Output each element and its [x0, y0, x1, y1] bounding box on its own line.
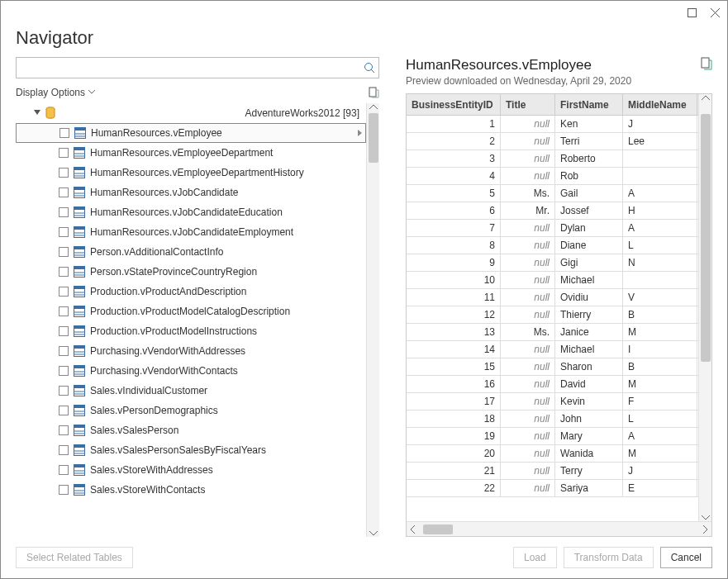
column-header[interactable]: MiddleName: [623, 94, 697, 115]
tree-item[interactable]: Production.vProductModelInstructions: [16, 321, 366, 341]
cell-firstname: Dylan: [555, 220, 623, 236]
collapse-icon[interactable]: [34, 110, 40, 116]
tree-item[interactable]: HumanResources.vJobCandidate: [16, 183, 366, 202]
scroll-up-icon[interactable]: [702, 94, 710, 102]
search-box[interactable]: [16, 57, 379, 78]
tree-item-checkbox[interactable]: [59, 386, 69, 396]
tree-item[interactable]: Sales.vSalesPerson: [16, 420, 366, 440]
search-icon[interactable]: [364, 62, 375, 74]
tree-item[interactable]: Sales.vPersonDemographics: [16, 401, 366, 420]
close-icon[interactable]: [709, 7, 721, 18]
transform-data-button[interactable]: Transform Data: [564, 547, 654, 568]
tree-item-checkbox[interactable]: [59, 485, 69, 495]
scroll-thumb[interactable]: [423, 524, 453, 534]
tree-item-checkbox[interactable]: [59, 306, 69, 316]
tree-item[interactable]: Sales.vStoreWithAddresses: [16, 460, 366, 480]
table-row[interactable]: 5Ms.GailA: [407, 185, 698, 202]
table-row[interactable]: 9nullGigiN: [407, 254, 698, 272]
table-row[interactable]: 13Ms.JaniceM: [407, 324, 698, 341]
table-row[interactable]: 22nullSariyaE: [407, 480, 698, 497]
table-row[interactable]: 7nullDylanA: [407, 220, 698, 237]
tree-item[interactable]: Person.vAdditionalContactInfo: [16, 242, 366, 262]
preview-options-icon[interactable]: [701, 57, 712, 70]
tree-item-checkbox[interactable]: [59, 346, 69, 356]
table-row[interactable]: 10nullMichael: [407, 272, 698, 289]
select-related-tables-button[interactable]: Select Related Tables: [16, 547, 133, 568]
search-input[interactable]: [20, 59, 364, 77]
refresh-icon[interactable]: [368, 87, 379, 98]
tree-item[interactable]: HumanResources.vEmployeeDepartmentHistor…: [16, 163, 366, 183]
view-icon: [74, 147, 85, 159]
object-tree[interactable]: AdventureWorks2012 [93] HumanResources.v…: [16, 103, 366, 537]
tree-item[interactable]: Sales.vStoreWithContacts: [16, 480, 366, 500]
column-header[interactable]: FirstName: [555, 94, 623, 115]
table-row[interactable]: 17nullKevinF: [407, 393, 698, 411]
grid-vertical-scrollbar[interactable]: [698, 94, 711, 521]
svg-rect-72: [74, 445, 85, 448]
view-icon: [74, 425, 85, 436]
tree-item-checkbox[interactable]: [59, 207, 69, 217]
tree-item[interactable]: Person.vStateProvinceCountryRegion: [16, 262, 366, 282]
tree-item-checkbox[interactable]: [59, 168, 69, 178]
scroll-down-icon[interactable]: [369, 529, 378, 537]
tree-item[interactable]: HumanResources.vEmployeeDepartment: [16, 143, 366, 163]
table-row[interactable]: 14nullMichaelI: [407, 341, 698, 358]
tree-item-checkbox[interactable]: [59, 148, 69, 158]
column-header[interactable]: BusinessEntityID: [407, 94, 501, 115]
table-row[interactable]: 3nullRoberto: [407, 150, 698, 168]
table-row[interactable]: 12nullThierryB: [407, 306, 698, 324]
cancel-button[interactable]: Cancel: [660, 547, 712, 568]
scroll-thumb[interactable]: [369, 113, 378, 163]
table-row[interactable]: 8nullDianeL: [407, 237, 698, 254]
table-row[interactable]: 15nullSharonB: [407, 358, 698, 376]
load-button[interactable]: Load: [513, 547, 557, 568]
cell-firstname: Terri: [555, 133, 623, 149]
table-row[interactable]: 11nullOvidiuV: [407, 289, 698, 306]
table-row[interactable]: 6Mr.JossefH: [407, 202, 698, 220]
table-row[interactable]: 19nullMaryA: [407, 428, 698, 445]
tree-item-checkbox[interactable]: [59, 128, 69, 138]
table-row[interactable]: 21nullTerryJ: [407, 463, 698, 480]
tree-item[interactable]: HumanResources.vEmployee: [16, 123, 366, 143]
cell-firstname: John: [555, 411, 623, 427]
tree-item-checkbox[interactable]: [59, 267, 69, 277]
tree-item-checkbox[interactable]: [59, 247, 69, 257]
scroll-thumb[interactable]: [701, 114, 711, 362]
scroll-up-icon[interactable]: [369, 103, 378, 112]
tree-item[interactable]: Sales.vSalesPersonSalesByFiscalYears: [16, 440, 366, 460]
table-row[interactable]: 2nullTerriLee: [407, 133, 698, 150]
tree-item-checkbox[interactable]: [59, 227, 69, 237]
table-row[interactable]: 16nullDavidM: [407, 376, 698, 393]
table-row[interactable]: 4nullRob: [407, 168, 698, 185]
tree-item[interactable]: HumanResources.vJobCandidateEducation: [16, 202, 366, 222]
tree-item-checkbox[interactable]: [59, 187, 69, 197]
tree-item-checkbox[interactable]: [59, 445, 69, 455]
tree-item[interactable]: Purchasing.vVendorWithContacts: [16, 361, 366, 381]
tree-item[interactable]: Production.vProductAndDescription: [16, 282, 366, 301]
tree-item-checkbox[interactable]: [59, 287, 69, 297]
tree-item[interactable]: Purchasing.vVendorWithAddresses: [16, 341, 366, 361]
tree-item-checkbox[interactable]: [59, 465, 69, 475]
table-row[interactable]: 20nullWanidaM: [407, 445, 698, 463]
display-options-dropdown[interactable]: Display Options: [16, 87, 95, 98]
tree-item-checkbox[interactable]: [59, 366, 69, 376]
table-row[interactable]: 1nullKenJ: [407, 116, 698, 133]
table-row[interactable]: 18nullJohnL: [407, 411, 698, 428]
tree-item[interactable]: Sales.vIndividualCustomer: [16, 381, 366, 401]
scroll-left-icon[interactable]: [410, 525, 416, 534]
tree-scrollbar[interactable]: [366, 103, 379, 537]
tree-item-checkbox[interactable]: [59, 326, 69, 336]
tree-item[interactable]: HumanResources.vJobCandidateEmployment: [16, 222, 366, 242]
scroll-down-icon[interactable]: [702, 513, 710, 521]
cell-middlename: E: [623, 480, 697, 496]
cell-firstname: Rob: [555, 168, 623, 184]
tree-item-checkbox[interactable]: [59, 425, 69, 435]
maximize-icon[interactable]: [686, 7, 697, 18]
column-header[interactable]: Title: [501, 94, 555, 115]
tree-item-checkbox[interactable]: [59, 406, 69, 415]
grid-horizontal-scrollbar[interactable]: [407, 521, 711, 536]
cell-title: null: [501, 393, 555, 410]
database-node[interactable]: AdventureWorks2012 [93]: [16, 103, 366, 123]
scroll-right-icon[interactable]: [702, 525, 708, 534]
tree-item[interactable]: Production.vProductModelCatalogDescripti…: [16, 301, 366, 321]
